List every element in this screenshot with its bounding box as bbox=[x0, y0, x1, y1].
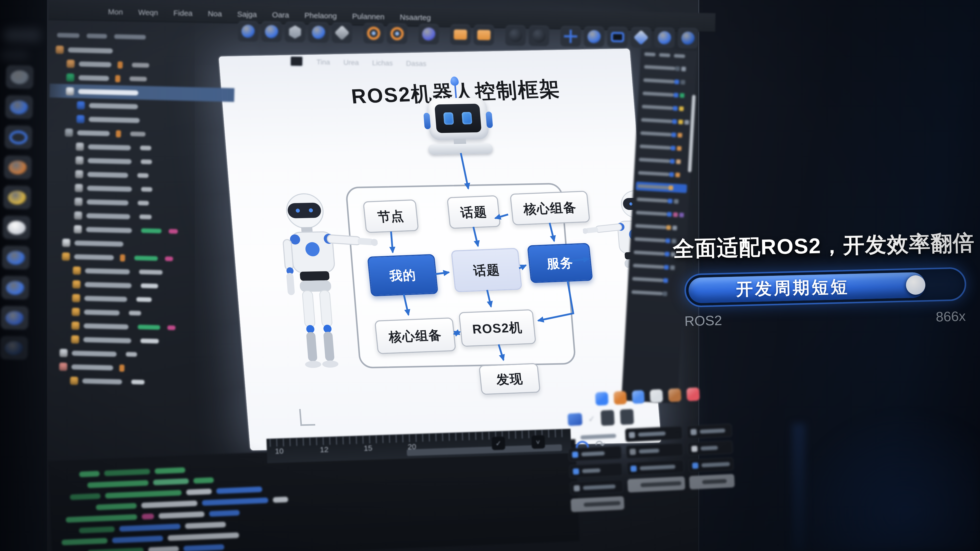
color-chip bbox=[682, 160, 687, 165]
viewport-slide[interactable]: ROS2机器人控制框架 节点 话题 bbox=[219, 49, 661, 451]
outliner-row[interactable] bbox=[641, 89, 692, 100]
tool-icon bbox=[587, 30, 601, 44]
promo-slider[interactable]: 开发周期短短 bbox=[684, 267, 967, 308]
menu-item[interactable]: Mon bbox=[108, 7, 123, 16]
app-icon[interactable] bbox=[687, 387, 700, 401]
toolbar-button[interactable] bbox=[473, 25, 494, 45]
outliner-row[interactable] bbox=[631, 274, 682, 286]
app-icon[interactable] bbox=[595, 392, 608, 406]
menu-item[interactable]: Sajga bbox=[237, 10, 257, 18]
inspector-field[interactable] bbox=[688, 457, 734, 473]
toolbar-button[interactable] bbox=[285, 22, 305, 42]
menu-item[interactable]: Weqn bbox=[138, 7, 158, 16]
inspector-field[interactable] bbox=[625, 426, 682, 442]
dock-button[interactable] bbox=[4, 156, 32, 179]
inspector-field[interactable] bbox=[628, 476, 685, 492]
inspector-field[interactable] bbox=[687, 424, 732, 439]
field-icon bbox=[574, 502, 581, 508]
app-icon[interactable] bbox=[613, 391, 627, 405]
toolbar-button[interactable] bbox=[418, 24, 439, 44]
material-tile[interactable] bbox=[568, 413, 582, 426]
code-token-blur bbox=[105, 490, 182, 499]
outliner-row[interactable] bbox=[638, 142, 690, 153]
inspector-field[interactable] bbox=[626, 443, 683, 459]
outliner-row[interactable] bbox=[638, 129, 690, 140]
outliner-row[interactable] bbox=[641, 76, 693, 87]
inspector-field[interactable] bbox=[569, 463, 623, 478]
menu-item[interactable]: Oara bbox=[272, 10, 289, 19]
dock-button[interactable] bbox=[3, 216, 30, 240]
toolbar-button[interactable] bbox=[238, 21, 258, 41]
toolbar-button[interactable] bbox=[387, 23, 407, 44]
field-label-blur bbox=[700, 446, 718, 451]
viewport-menu-icon[interactable] bbox=[290, 56, 304, 67]
app-icon[interactable] bbox=[650, 389, 663, 403]
viewport-tab[interactable]: Tina bbox=[317, 57, 330, 66]
inspector-field[interactable] bbox=[567, 429, 621, 445]
color-chip bbox=[678, 133, 682, 138]
toolbar-button[interactable] bbox=[505, 25, 526, 46]
inspector-field[interactable] bbox=[570, 479, 624, 495]
dock-button[interactable] bbox=[0, 336, 28, 360]
outliner-row[interactable] bbox=[635, 195, 687, 206]
code-token-blur bbox=[104, 468, 150, 476]
toolbar-button[interactable] bbox=[654, 27, 675, 48]
outliner-row[interactable] bbox=[640, 102, 692, 114]
dock-button[interactable] bbox=[3, 186, 31, 210]
dock-button[interactable] bbox=[1, 276, 29, 300]
dock-button[interactable] bbox=[5, 95, 33, 119]
object-label-blur bbox=[89, 117, 140, 123]
timeline-key-chevron[interactable]: ˅ bbox=[531, 435, 545, 449]
outliner-row[interactable] bbox=[636, 168, 688, 180]
toolbar-button[interactable] bbox=[331, 22, 352, 43]
outliner-row[interactable] bbox=[636, 182, 687, 193]
toolbar-button[interactable] bbox=[308, 22, 329, 43]
promo-caption-left: ROS2 bbox=[684, 313, 722, 330]
outliner-row[interactable] bbox=[633, 221, 685, 233]
viewport-tab[interactable]: Dasas bbox=[406, 59, 426, 67]
inspector-field[interactable] bbox=[689, 474, 735, 489]
code-token-blur bbox=[87, 480, 149, 488]
inspector-field[interactable] bbox=[687, 440, 733, 456]
dock-button[interactable] bbox=[0, 306, 29, 330]
header-label-blur bbox=[644, 52, 655, 56]
outliner-label-blur bbox=[633, 264, 664, 269]
toolbar-button[interactable] bbox=[528, 25, 549, 46]
outliner-row[interactable] bbox=[642, 62, 694, 74]
outliner-row[interactable] bbox=[634, 208, 686, 220]
viewport-tab[interactable]: Lichas bbox=[372, 59, 393, 67]
menu-item[interactable]: Fidea bbox=[173, 8, 192, 17]
toolbar-button[interactable] bbox=[261, 21, 282, 42]
app-icon[interactable] bbox=[632, 390, 645, 404]
menu-item[interactable]: Noa bbox=[208, 9, 222, 17]
inspector-button[interactable] bbox=[620, 409, 634, 425]
outliner-row[interactable] bbox=[630, 287, 681, 299]
inspector-field[interactable] bbox=[627, 460, 684, 476]
code-token-blur bbox=[62, 538, 108, 546]
object-label-blur bbox=[83, 323, 128, 329]
tool-icon bbox=[658, 31, 671, 44]
toolbar-button[interactable] bbox=[560, 26, 581, 47]
dock-button[interactable] bbox=[6, 65, 34, 89]
outliner-row[interactable] bbox=[637, 155, 689, 167]
timeline-key-check[interactable]: ✓ bbox=[492, 437, 505, 450]
outliner-row[interactable] bbox=[639, 115, 691, 127]
outliner-label-blur bbox=[635, 237, 666, 243]
toolbar-button[interactable] bbox=[584, 26, 605, 47]
toolbar-button[interactable] bbox=[631, 27, 651, 48]
app-icon[interactable] bbox=[668, 388, 681, 402]
inspector-column bbox=[567, 429, 624, 512]
toolbar-button[interactable] bbox=[450, 24, 471, 45]
dock-button[interactable] bbox=[2, 246, 30, 270]
toolbar-button[interactable] bbox=[607, 27, 628, 48]
dock-button[interactable] bbox=[4, 125, 32, 149]
color-chip bbox=[668, 186, 673, 190]
outliner-chips bbox=[666, 225, 683, 231]
toolbar-button[interactable] bbox=[363, 23, 384, 44]
color-chip bbox=[667, 212, 672, 217]
inspector-field[interactable] bbox=[571, 496, 624, 512]
toolbar-button[interactable] bbox=[678, 28, 698, 48]
viewport-tab[interactable]: Urea bbox=[343, 58, 359, 66]
inspector-field[interactable] bbox=[568, 446, 622, 462]
inspector-button[interactable] bbox=[601, 410, 615, 426]
